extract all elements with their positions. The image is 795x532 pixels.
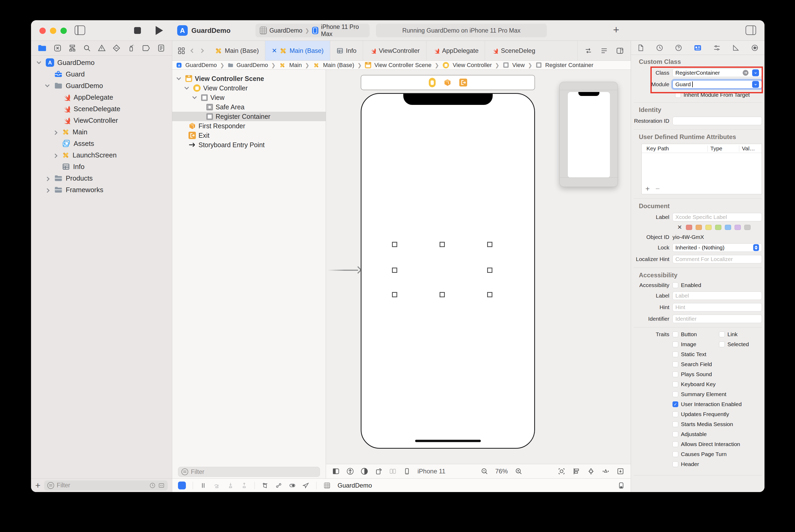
close-tab-icon[interactable]: ✕ [271,47,277,54]
jump-bar-item[interactable]: GuardDemo [236,62,268,69]
jump-bar-item[interactable]: View Controller Scene [374,62,431,69]
restoration-id-field[interactable] [673,117,762,125]
toggle-inspector-icon[interactable] [745,25,756,35]
nav-item-viewcontroller[interactable]: ViewController [31,115,172,126]
outline-register-container[interactable]: Register Container [172,112,326,121]
jump-bar-item[interactable]: View Controller [453,62,492,69]
exit-icon[interactable] [459,79,467,87]
lock-popup[interactable]: Inherited - (Nothing) [673,243,762,252]
pause-execution-icon[interactable] [200,482,207,489]
jump-to-class-icon[interactable]: ➜ [743,70,749,76]
class-dropdown-icon[interactable] [752,70,759,76]
a11y-hint-field[interactable]: Hint [673,303,762,311]
issue-navigator-icon[interactable] [98,44,106,52]
embed-icon[interactable] [617,467,624,475]
selection-handle[interactable] [439,292,445,297]
storyboard-canvas[interactable]: 1 [326,70,631,478]
a11y-identifier-field[interactable]: Identifier [673,315,762,323]
report-navigator-icon[interactable] [157,44,165,52]
disclosure-right-icon[interactable] [45,188,50,193]
outline-safe-area[interactable]: Safe Area [172,102,326,112]
canvas-minimap[interactable] [560,82,618,187]
navigator-filter-field[interactable]: Filter [44,480,168,491]
selection-handle[interactable] [487,268,492,273]
scheme-selector[interactable]: GuardDemo ❯ iPhone 11 Pro Max [255,24,370,37]
test-navigator-icon[interactable] [113,44,120,52]
outline-first-responder[interactable]: 1 First Responder [172,121,326,131]
nav-item-frameworks[interactable]: Frameworks [31,184,172,195]
class-field[interactable]: RegisterContainer ➜ [673,69,762,77]
selection-handle[interactable] [487,292,492,297]
zoom-window-button[interactable] [60,27,67,34]
jump-bar-item[interactable]: Main [289,62,302,69]
iphone-canvas[interactable] [361,93,535,449]
selection-handle[interactable] [392,268,397,273]
disclosure-down-icon[interactable] [192,95,197,99]
tab-info[interactable]: Info [330,41,363,60]
module-field[interactable]: Guard [673,80,762,89]
stop-button[interactable] [134,27,141,34]
debug-navigator-icon[interactable] [127,44,135,52]
orientation-icon[interactable] [375,468,382,475]
tab-viewcontroller[interactable]: ViewController [363,41,427,60]
source-control-status-icon[interactable] [158,482,165,489]
view-hierarchy-icon[interactable] [262,482,268,489]
app-process-icon[interactable] [323,482,331,489]
selection-handle[interactable] [439,242,445,247]
swatch-purple[interactable] [735,225,741,230]
trait-adjustable-checkbox[interactable] [673,431,678,437]
module-dropdown-icon[interactable] [752,81,759,88]
trait-button-checkbox[interactable] [673,331,678,337]
toggle-navigator-icon[interactable] [75,25,85,35]
help-inspector-icon[interactable] [675,44,682,52]
breakpoint-navigator-icon[interactable] [142,45,150,52]
outline-view[interactable]: View [172,93,326,102]
nav-item-appdelegate[interactable]: AppDelegate [31,92,172,103]
accessibility-preview-icon[interactable] [346,468,354,475]
zoom-in-icon[interactable] [515,467,523,475]
trait-updates-frequently-checkbox[interactable] [673,411,678,417]
trait-user-interaction-enabled-checkbox[interactable] [673,401,678,407]
minimize-window-button[interactable] [50,27,56,34]
source-control-navigator-icon[interactable] [54,44,61,52]
trait-starts-media-session-checkbox[interactable] [673,421,678,427]
disclosure-down-icon[interactable] [185,85,189,90]
document-label-field[interactable]: Xcode Specific Label [673,213,762,221]
zoom-out-icon[interactable] [480,467,489,475]
add-constraints-icon[interactable] [587,467,595,475]
resolve-autolayout-icon[interactable] [602,467,610,475]
size-inspector-icon[interactable] [732,44,740,52]
trait-image-checkbox[interactable] [673,341,678,347]
swatch-yellow[interactable] [705,225,712,230]
swatch-blue[interactable] [725,225,731,230]
nav-item-launchscreen[interactable]: LaunchScreen [31,149,172,161]
history-inspector-icon[interactable] [656,44,663,52]
inherit-module-checkbox[interactable] [675,92,681,98]
tab-scenedelegate[interactable]: SceneDeleg [485,41,542,60]
attributes-inspector-icon[interactable] [713,44,721,52]
disclosure-right-icon[interactable] [45,177,50,181]
add-attribute-button[interactable]: + [645,185,650,193]
code-review-icon[interactable] [584,47,592,55]
trait-static-text-checkbox[interactable] [673,352,678,357]
trait-plays-sound-checkbox[interactable] [673,372,678,377]
trait-search-field-checkbox[interactable] [673,361,678,367]
project-navigator-icon[interactable] [38,44,47,52]
trait-keyboard-key-checkbox[interactable] [673,381,678,387]
device-name-label[interactable]: iPhone 11 [417,468,446,475]
memory-graph-icon[interactable] [275,482,282,489]
runtime-attributes-table[interactable]: Key Path Type Val… + − [642,144,762,194]
device-icon[interactable] [403,468,411,475]
update-frames-icon[interactable] [557,467,566,475]
jump-bar-item[interactable]: View [512,62,525,69]
disclosure-down-icon[interactable] [45,83,50,87]
nav-item-scenedelegate[interactable]: SceneDelegate [31,103,172,115]
add-file-button[interactable]: + [35,480,40,491]
breakpoints-toggle-button[interactable] [178,481,186,489]
view-controller-dock-icon[interactable] [429,78,436,87]
outline-filter-field[interactable]: Filter [178,467,320,477]
trait-summary-element-checkbox[interactable] [673,392,678,397]
swatch-green[interactable] [715,225,721,230]
go-forward-icon[interactable] [200,49,204,53]
outline-storyboard-entry-point[interactable]: Storyboard Entry Point [172,140,326,150]
